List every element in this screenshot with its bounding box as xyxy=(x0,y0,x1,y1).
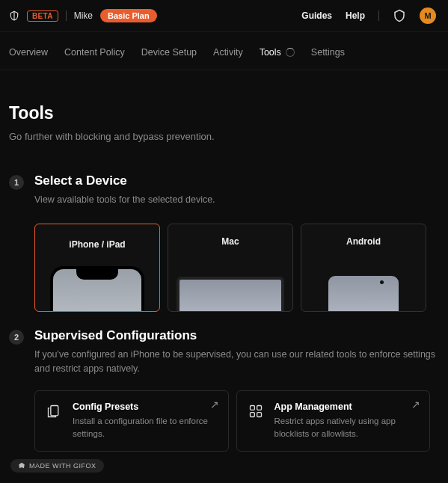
device-card-mac[interactable]: Mac xyxy=(168,224,293,312)
android-illustration xyxy=(326,274,401,312)
step1-title: Select a Device xyxy=(34,173,439,188)
config-grid: Config Presets Install a configuration f… xyxy=(34,390,439,451)
avatar[interactable]: M xyxy=(420,7,436,24)
shield-icon[interactable] xyxy=(393,9,406,22)
loading-spinner-icon xyxy=(286,48,295,57)
username-label: Mike xyxy=(74,10,93,21)
step-supervised-configs: 2 Supervised Configurations If you've co… xyxy=(0,312,448,452)
topbar-right: Guides Help M xyxy=(301,7,439,24)
beta-badge: BETA xyxy=(27,10,58,22)
external-link-icon: ↗ xyxy=(210,399,219,410)
svg-rect-1 xyxy=(250,406,254,410)
page-title: Tools xyxy=(9,103,439,123)
page-header: Tools Go further with blocking and bypas… xyxy=(0,70,448,157)
mac-illustration xyxy=(177,277,284,312)
step2-desc: If you've configured an iPhone to be sup… xyxy=(34,348,439,376)
config-card-presets[interactable]: Config Presets Install a configuration f… xyxy=(34,390,229,451)
tab-tools-label: Tools xyxy=(260,47,281,58)
tab-settings[interactable]: Settings xyxy=(311,47,345,58)
tab-tools[interactable]: Tools xyxy=(260,47,295,58)
page-subtitle: Go further with blocking and bypass prev… xyxy=(9,131,439,142)
device-grid: iPhone / iPad Mac Android xyxy=(34,224,439,312)
step1-desc: View available tools for the selected de… xyxy=(34,193,439,207)
config-file-icon xyxy=(46,403,62,419)
gifox-icon xyxy=(18,462,25,470)
topbar-left: BETA Mike Basic Plan xyxy=(9,9,157,22)
svg-rect-4 xyxy=(257,413,261,417)
guides-link[interactable]: Guides xyxy=(301,10,332,21)
tab-content-policy[interactable]: Content Policy xyxy=(64,47,125,58)
step-select-device: 1 Select a Device View available tools f… xyxy=(0,157,448,312)
tab-activity[interactable]: Activity xyxy=(213,47,243,58)
config-presets-title: Config Presets xyxy=(73,402,218,412)
gifox-label: MADE WITH GIFOX xyxy=(29,462,96,470)
config-card-app-management[interactable]: App Management Restrict apps natively us… xyxy=(236,390,431,451)
nav-tabs: Overview Content Policy Device Setup Act… xyxy=(0,32,448,70)
device-label: iPhone / iPad xyxy=(35,239,159,250)
step-number-1: 1 xyxy=(9,175,24,190)
tab-overview[interactable]: Overview xyxy=(9,47,48,58)
divider xyxy=(378,10,379,21)
iphone-illustration xyxy=(50,266,144,312)
top-bar: BETA Mike Basic Plan Guides Help M xyxy=(0,0,448,32)
svg-rect-0 xyxy=(51,406,58,416)
config-appmgmt-title: App Management xyxy=(274,402,420,412)
config-presets-desc: Install a configuration file to enforce … xyxy=(73,415,218,440)
help-link[interactable]: Help xyxy=(346,10,365,21)
made-with-gifox-badge[interactable]: MADE WITH GIFOX xyxy=(10,459,104,473)
svg-rect-3 xyxy=(250,413,254,417)
step-number-2: 2 xyxy=(9,330,24,345)
tab-device-setup[interactable]: Device Setup xyxy=(141,47,197,58)
svg-rect-2 xyxy=(257,406,261,410)
device-label: Android xyxy=(301,236,426,247)
logo-shield-icon xyxy=(9,10,19,22)
device-card-android[interactable]: Android xyxy=(301,224,426,312)
config-appmgmt-desc: Restrict apps natively using app blockli… xyxy=(274,415,420,440)
device-label: Mac xyxy=(168,236,292,247)
external-link-icon: ↗ xyxy=(411,399,420,410)
device-card-iphone-ipad[interactable]: iPhone / iPad xyxy=(34,224,160,312)
apps-grid-icon xyxy=(248,403,264,419)
step2-title: Supervised Configurations xyxy=(34,328,439,343)
divider xyxy=(66,10,67,21)
plan-badge[interactable]: Basic Plan xyxy=(100,9,157,22)
